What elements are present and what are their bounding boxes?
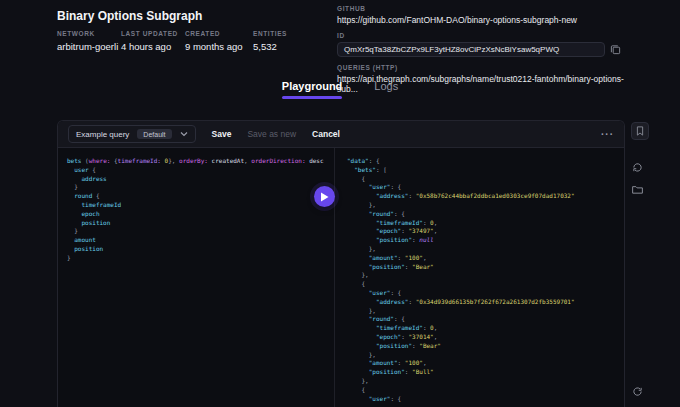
history-icon	[631, 161, 644, 174]
copy-icon	[610, 44, 621, 55]
refresh-icon	[631, 385, 644, 398]
run-query-button[interactable]	[314, 186, 335, 207]
meta-entities: ENTITIES 5,532	[253, 30, 287, 52]
subgraph-meta: NETWORK arbitrum-goerli LAST UPDATED 4 h…	[57, 30, 287, 52]
meta-last-updated-label: LAST UPDATED	[121, 30, 185, 37]
example-query-label: Example query	[76, 130, 129, 139]
id-row: QmXr5qTa38ZbCZPx9LF3ytHZ8ovCiPzXsNcBiYsa…	[337, 42, 637, 57]
example-query-selector[interactable]: Example query Default	[68, 125, 196, 143]
play-icon	[320, 192, 329, 202]
query-default-badge: Default	[137, 129, 171, 139]
tab-logs[interactable]: Logs	[374, 80, 398, 99]
more-options-button[interactable]: ···	[601, 129, 614, 140]
saved-queries-folder-button[interactable]	[631, 183, 644, 196]
meta-network: NETWORK arbitrum-goerli	[57, 30, 121, 52]
chevron-down-icon	[180, 131, 188, 137]
folder-icon	[631, 183, 644, 196]
playground-panel: Example query Default Save Save as new C…	[57, 120, 625, 407]
copy-id-button[interactable]	[610, 44, 621, 55]
meta-network-label: NETWORK	[57, 30, 121, 37]
github-label: GITHUB	[337, 5, 637, 12]
meta-created-label: CREATED	[185, 30, 253, 37]
meta-entities-value: 5,532	[253, 41, 287, 52]
meta-entities-label: ENTITIES	[253, 30, 287, 37]
meta-last-updated: LAST UPDATED 4 hours ago	[121, 30, 185, 52]
tabs-bar: Playground Logs	[0, 80, 680, 99]
results-panel: "data": { "bets": [ { "user": { "address…	[335, 148, 624, 407]
playground-toolbar: Example query Default Save Save as new C…	[58, 121, 624, 148]
refresh-results-button[interactable]	[631, 385, 644, 398]
meta-last-updated-value: 4 hours ago	[121, 41, 185, 52]
id-label: ID	[337, 32, 637, 39]
github-link[interactable]: https://github.com/FantOHM-DAO/binary-op…	[337, 15, 637, 25]
query-history-button[interactable]	[631, 161, 644, 174]
save-button[interactable]: Save	[212, 129, 232, 139]
playground-editors: bets (where: {timeframeId: 0}, orderBy: …	[58, 148, 624, 407]
bookmark-icon	[634, 125, 646, 137]
queries-http-label: QUERIES (HTTP)	[337, 64, 637, 71]
save-query-bookmark-button[interactable]	[631, 122, 649, 140]
page-title: Binary Options Subgraph	[57, 9, 202, 23]
meta-network-value: arbitrum-goerli	[57, 41, 121, 52]
tab-playground[interactable]: Playground	[282, 80, 343, 99]
meta-created: CREATED 9 months ago	[185, 30, 253, 52]
meta-created-value: 9 months ago	[185, 41, 253, 52]
cancel-button[interactable]: Cancel	[312, 129, 340, 139]
id-field: QmXr5qTa38ZbCZPx9LF3ytHZ8ovCiPzXsNcBiYsa…	[337, 42, 605, 57]
query-editor[interactable]: bets (where: {timeframeId: 0}, orderBy: …	[58, 148, 334, 407]
save-as-new-button[interactable]: Save as new	[247, 129, 296, 139]
